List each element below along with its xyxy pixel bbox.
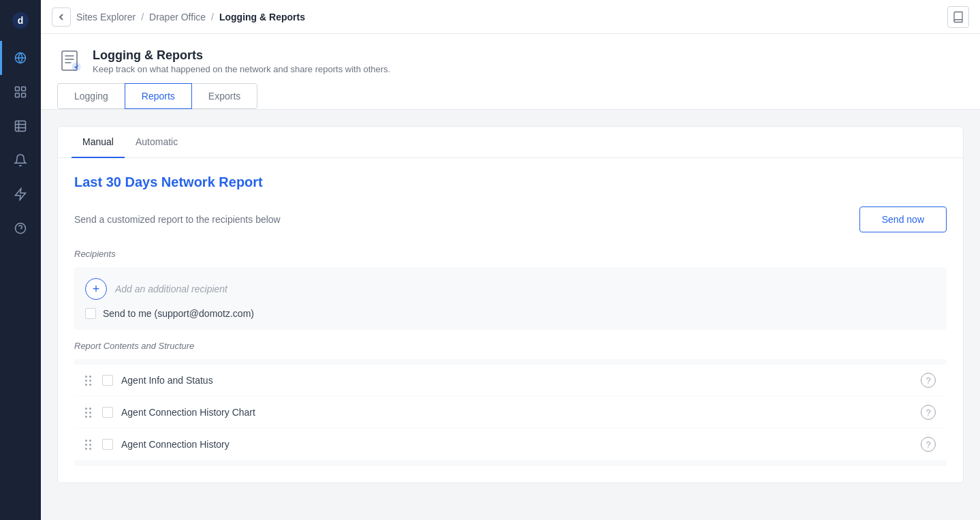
item-1-help-icon[interactable]: ? xyxy=(921,373,936,388)
send-description: Send a customized report to the recipien… xyxy=(74,214,281,225)
report-item-2-label: Agent Connection History Chart xyxy=(121,407,913,418)
sidebar-item-grid[interactable] xyxy=(0,75,41,109)
report-contents-label: Report Contents and Structure xyxy=(74,341,947,351)
sidebar-item-table[interactable] xyxy=(0,109,41,143)
recipients-section: + Add an additional recipient Send to me… xyxy=(74,267,947,330)
breadcrumb-sep1: / xyxy=(141,12,144,22)
send-to-me-row: Send to me (support@domotz.com) xyxy=(85,308,936,319)
add-recipient-label: Add an additional recipient xyxy=(115,284,227,294)
svg-rect-3 xyxy=(16,87,20,91)
report-body: Last 30 Days Network Report Send a custo… xyxy=(58,158,963,483)
sub-tab-manual[interactable]: Manual xyxy=(72,127,125,158)
main-content: Sites Explorer / Draper Office / Logging… xyxy=(41,0,980,520)
report-contents-section: Agent Info and Status ? Agent Connection… xyxy=(74,359,947,466)
item-3-checkbox[interactable] xyxy=(102,439,113,450)
page-description: Keep track on what happened on the netwo… xyxy=(93,64,390,74)
report-item: Agent Info and Status ? xyxy=(74,365,947,396)
item-1-checkbox[interactable] xyxy=(102,375,113,386)
svg-rect-6 xyxy=(22,93,26,97)
report-item-1-label: Agent Info and Status xyxy=(121,375,913,386)
tab-exports[interactable]: Exports xyxy=(191,83,257,109)
svg-rect-7 xyxy=(16,121,26,132)
report-title: Last 30 Days Network Report xyxy=(74,174,947,190)
content-area: Manual Automatic Last 30 Days Network Re… xyxy=(41,110,980,500)
breadcrumb-draper-office[interactable]: Draper Office xyxy=(149,12,206,22)
report-item-3-label: Agent Connection History xyxy=(121,439,913,450)
send-to-me-checkbox[interactable] xyxy=(85,308,96,319)
send-to-me-label: Send to me (support@domotz.com) xyxy=(103,308,254,319)
sidebar-item-help[interactable] xyxy=(0,211,41,245)
svg-point-9 xyxy=(16,224,26,234)
drag-handle-3[interactable] xyxy=(85,440,91,450)
send-row: Send a customized report to the recipien… xyxy=(74,207,947,232)
svg-marker-8 xyxy=(16,189,26,200)
breadcrumb-sites-explorer[interactable]: Sites Explorer xyxy=(76,12,136,22)
logging-reports-icon xyxy=(57,48,84,75)
back-button[interactable] xyxy=(52,7,71,27)
book-icon-button[interactable] xyxy=(947,6,969,28)
drag-handle-1[interactable] xyxy=(85,376,91,386)
sub-tabs: Manual Automatic xyxy=(58,127,963,158)
sidebar-item-lightning[interactable] xyxy=(0,177,41,211)
sub-tab-automatic[interactable]: Automatic xyxy=(125,127,189,158)
report-item-3: Agent Connection History ? xyxy=(74,429,947,460)
breadcrumb-current: Logging & Reports xyxy=(219,12,305,22)
add-recipient-button[interactable]: + xyxy=(85,278,107,300)
item-2-help-icon[interactable]: ? xyxy=(921,405,936,420)
page-title-row: Logging & Reports Keep track on what hap… xyxy=(57,48,964,75)
report-card: Manual Automatic Last 30 Days Network Re… xyxy=(57,126,964,483)
tabs-row: Logging Reports Exports xyxy=(57,83,964,109)
svg-text:d: d xyxy=(18,15,24,26)
page-content: Logging & Reports Keep track on what hap… xyxy=(41,34,980,520)
recipients-label: Recipients xyxy=(74,249,947,259)
sidebar: d xyxy=(0,0,41,520)
svg-rect-4 xyxy=(22,87,26,91)
sidebar-item-bell[interactable] xyxy=(0,143,41,177)
item-2-checkbox[interactable] xyxy=(102,407,113,418)
drag-handle-2[interactable] xyxy=(85,408,91,418)
report-item-2: Agent Connection History Chart ? xyxy=(74,397,947,428)
page-header: Logging & Reports Keep track on what hap… xyxy=(41,34,980,110)
add-recipient-row: + Add an additional recipient xyxy=(85,278,936,300)
page-title-text: Logging & Reports Keep track on what hap… xyxy=(93,48,390,74)
page-title: Logging & Reports xyxy=(93,48,390,63)
tab-logging[interactable]: Logging xyxy=(57,83,125,109)
svg-rect-5 xyxy=(16,93,20,97)
sidebar-logo: d xyxy=(0,0,41,41)
topbar: Sites Explorer / Draper Office / Logging… xyxy=(41,0,980,34)
send-now-button[interactable]: Send now xyxy=(859,207,947,232)
tab-reports[interactable]: Reports xyxy=(125,83,192,109)
sidebar-item-globe[interactable] xyxy=(0,41,41,75)
breadcrumb-sep2: / xyxy=(211,12,214,22)
item-3-help-icon[interactable]: ? xyxy=(921,437,936,452)
breadcrumb: Sites Explorer / Draper Office / Logging… xyxy=(52,7,305,27)
